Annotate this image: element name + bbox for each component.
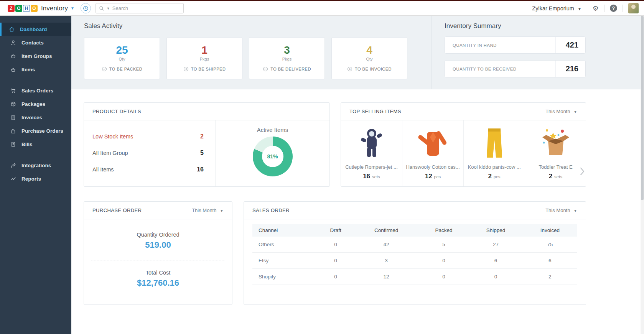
next-items-chevron-icon[interactable] xyxy=(580,167,585,177)
item-name: Kool kiddo pants-cow ... xyxy=(464,164,525,170)
purchase-order-period-dropdown[interactable]: This Month ▼ xyxy=(192,207,224,213)
item-qty: 2 xyxy=(488,173,491,180)
sidebar-item-purchase-orders[interactable]: Purchase Orders xyxy=(0,124,71,138)
orange-cardigan-image xyxy=(402,126,463,161)
table-row: Shopify 0 12 0 0 2 xyxy=(252,269,577,285)
cell-invoiced: 2 xyxy=(523,269,577,285)
zoho-inventory-dashboard: Z O H O Inventory ▼ ▼ Zylkar Emporiu xyxy=(0,0,644,334)
top-selling-item-2[interactable]: Hanswooly Cotton cas... 12 pcs xyxy=(402,120,464,187)
cell-shipped: 27 xyxy=(469,237,523,253)
card-to-be-invoiced[interactable]: 4 Qty $ TO BE INVOICED xyxy=(331,37,407,79)
quantity-in-hand-row[interactable]: QUANTITY IN HAND 421 xyxy=(445,36,586,54)
cell-shipped: 0 xyxy=(469,269,523,285)
top-selling-item-4[interactable]: Toddler Treat E 2 sets xyxy=(525,120,586,187)
cell-channel: Etsy xyxy=(252,253,318,269)
cell-invoiced: 6 xyxy=(523,253,577,269)
app-switcher-caret-icon[interactable]: ▼ xyxy=(71,6,74,10)
all-items-link[interactable]: All Items 16 xyxy=(92,161,215,178)
topbar-right: Zylkar Emporium ▼ ⚙ ? xyxy=(532,3,639,13)
nav-group-2: Sales Orders Packages Invoices Purchase … xyxy=(0,82,71,156)
sidebar-item-sales-orders[interactable]: Sales Orders xyxy=(0,84,71,97)
sidebar-item-label: Purchase Orders xyxy=(21,128,63,134)
ship-circle-icon xyxy=(183,66,189,72)
sidebar-item-reports[interactable]: Reports xyxy=(0,172,71,186)
navy-romper-image xyxy=(341,126,402,161)
quantity-to-be-received-row[interactable]: QUANTITY TO BE RECEIVED 216 xyxy=(445,60,586,77)
table-row: Others 0 42 5 27 75 xyxy=(252,237,577,253)
metric-value: 1 xyxy=(167,44,242,56)
sales-order-title: SALES ORDER xyxy=(252,207,290,213)
person-icon xyxy=(10,39,16,46)
all-item-group-link[interactable]: All Item Group 5 xyxy=(92,145,215,161)
total-cost-label: Total Cost xyxy=(84,270,232,276)
sidebar-item-bills[interactable]: Bills xyxy=(0,138,71,151)
chevron-down-icon: ▼ xyxy=(573,209,577,213)
cell-draft: 0 xyxy=(318,269,354,285)
top-selling-title: TOP SELLING ITEMS xyxy=(349,109,401,114)
sidebar-item-contacts[interactable]: Contacts xyxy=(0,36,71,49)
pd-row-value: 5 xyxy=(200,150,204,156)
item-qty: 2 xyxy=(549,173,552,180)
zoho-logo[interactable]: Z O H O Inventory ▼ xyxy=(8,5,74,12)
sales-order-table: Channel Draft Confirmed Packed Shipped I… xyxy=(252,224,577,285)
logo-letter-z: Z xyxy=(8,5,15,12)
logo-letter-o2: O xyxy=(31,5,38,12)
metric-label-text: TO BE PACKED xyxy=(109,67,142,71)
home-icon xyxy=(8,26,15,33)
item-qty: 12 xyxy=(425,173,432,180)
sidebar-item-invoices[interactable]: Invoices xyxy=(0,111,71,124)
sidebar-item-label: Bills xyxy=(21,141,33,147)
scrollbar-thumb[interactable] xyxy=(641,16,644,200)
sidebar-item-item-groups[interactable]: Item Groups xyxy=(0,49,71,63)
donut-center-label: 81% xyxy=(262,146,283,167)
col-packed: Packed xyxy=(419,224,469,237)
chevron-down-icon: ▼ xyxy=(220,209,224,213)
top-selling-period-dropdown[interactable]: This Month ▼ xyxy=(545,109,577,114)
divider xyxy=(604,5,604,12)
low-stock-items-link[interactable]: Low Stock Items 2 xyxy=(92,128,215,145)
recent-history-button[interactable] xyxy=(81,3,91,13)
sidebar-item-packages[interactable]: Packages xyxy=(0,97,71,111)
help-icon[interactable]: ? xyxy=(610,5,617,12)
quantity-ordered-label: Quantity Ordered xyxy=(84,232,232,238)
sidebar-item-label: Packages xyxy=(21,101,45,107)
sidebar-item-label: Item Groups xyxy=(21,53,52,59)
sidebar-item-label: Invoices xyxy=(21,115,42,120)
inv-row-label: QUANTITY TO BE RECEIVED xyxy=(453,67,516,71)
sales-order-period-dropdown[interactable]: This Month ▼ xyxy=(545,207,577,213)
sidebar-item-label: Contacts xyxy=(21,40,44,46)
purchase-order-card: PURCHASE ORDER This Month ▼ Quantity Ord… xyxy=(84,201,232,305)
sidebar-item-integrations[interactable]: Integrations xyxy=(0,159,71,172)
card-to-be-shipped[interactable]: 1 Pkgs TO BE SHIPPED xyxy=(166,37,242,79)
inventory-summary-section: Inventory Summary QUANTITY IN HAND 421 Q… xyxy=(432,16,644,89)
line-chart-icon xyxy=(10,176,16,182)
search-input[interactable] xyxy=(112,5,180,11)
active-items-title: Active Items xyxy=(216,127,329,133)
global-search: ▼ xyxy=(96,3,184,13)
search-scope-caret-icon[interactable]: ▼ xyxy=(107,7,110,10)
settings-gear-icon[interactable]: ⚙ xyxy=(593,5,599,12)
bill-receipt-icon xyxy=(10,141,16,148)
product-details-card: PRODUCT DETAILS Low Stock Items 2 All It… xyxy=(84,102,330,187)
logo-letter-h: H xyxy=(23,5,30,12)
cell-invoiced: 75 xyxy=(523,237,577,253)
sidebar-item-dashboard[interactable]: Dashboard xyxy=(0,23,71,36)
user-avatar[interactable] xyxy=(628,3,639,13)
top-selling-item-1[interactable]: Cutiepie Rompers-jet ... 16 sets xyxy=(341,120,402,187)
col-shipped: Shipped xyxy=(469,224,523,237)
table-row: Etsy 0 3 0 6 6 xyxy=(252,253,577,269)
top-selling-item-3[interactable]: Kool kiddo pants-cow ... 2 pcs xyxy=(464,120,525,187)
item-unit: sets xyxy=(554,174,562,179)
purchase-order-title: PURCHASE ORDER xyxy=(92,207,142,213)
search-icon xyxy=(99,6,104,11)
card-to-be-packed[interactable]: 25 Qty TO BE PACKED xyxy=(84,37,160,79)
cell-packed: 5 xyxy=(419,237,469,253)
cell-confirmed: 3 xyxy=(354,253,419,269)
metric-label-text: TO BE SHIPPED xyxy=(191,67,226,71)
organization-dropdown[interactable]: Zylkar Emporium ▼ xyxy=(532,5,581,12)
card-to-be-delivered[interactable]: 3 Pkgs TO BE DELIVERED xyxy=(249,37,325,79)
page-scrollbar xyxy=(641,16,644,334)
sidebar-item-items[interactable]: Items xyxy=(0,63,71,76)
item-unit: sets xyxy=(372,174,380,179)
item-qty: 16 xyxy=(363,173,370,180)
